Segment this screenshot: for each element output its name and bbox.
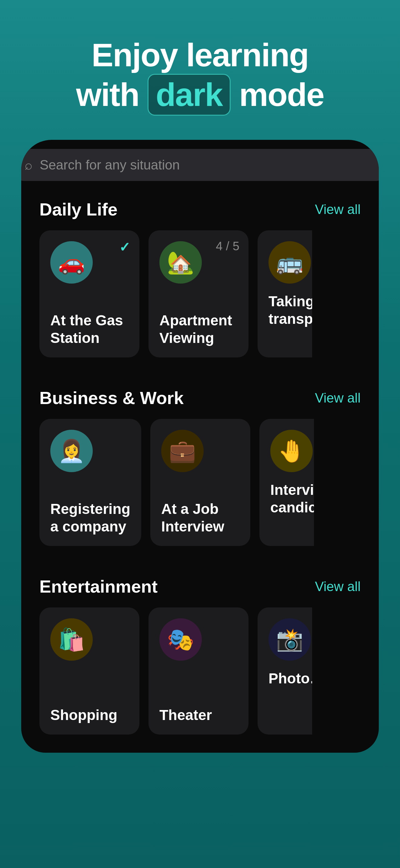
hero-line2-suffix: mode: [231, 76, 324, 113]
entertainment-header: Entertainment View all: [39, 576, 361, 596]
theater-icon: 🎭: [160, 618, 202, 661]
daily-life-cards: ✓ 🚗 At the Gas Station 4 / 5 🏡 Apartment…: [39, 230, 361, 358]
card-progress-badge: 4 / 5: [216, 239, 239, 253]
shopping-label: Shopping: [50, 706, 128, 724]
search-bar-container: ⌕ Search for any situation: [21, 149, 379, 181]
shopping-icon: 🛍️: [50, 618, 93, 661]
card-gas-station[interactable]: ✓ 🚗 At the Gas Station: [39, 230, 139, 358]
registering-label: Registering a company: [50, 500, 130, 535]
daily-life-view-all[interactable]: View all: [315, 202, 361, 217]
business-work-header: Business & Work View all: [39, 388, 361, 408]
search-input-placeholder[interactable]: Search for any situation: [40, 157, 180, 173]
registering-icon: 👩‍💼: [50, 430, 93, 472]
photography-icon: 📸: [268, 618, 311, 661]
card-theater[interactable]: 🎭 Theater: [148, 608, 249, 735]
card-check-icon: ✓: [119, 239, 130, 255]
card-job-interview[interactable]: 💼 At a Job Interview: [150, 419, 250, 546]
hero-highlight: dark: [148, 74, 231, 116]
apartment-icon: 🏡: [160, 241, 202, 284]
card-shopping[interactable]: 🛍️ Shopping: [39, 608, 139, 735]
entertainment-view-all[interactable]: View all: [315, 579, 361, 594]
gas-station-label: At the Gas Station: [50, 312, 128, 346]
photography-label: Photo…: [268, 670, 301, 687]
hero-line1: Enjoy learning: [91, 37, 309, 73]
gas-station-icon: 🚗: [50, 241, 93, 284]
entertainment-cards: 🛍️ Shopping 🎭 Theater 📸 Photo…: [39, 608, 361, 735]
daily-life-header: Daily Life View all: [39, 199, 361, 219]
card-registering-company[interactable]: 👩‍💼 Registering a company: [39, 419, 141, 546]
card-photography[interactable]: 📸 Photo…: [258, 608, 312, 735]
job-interview-label: At a Job Interview: [161, 500, 239, 535]
search-icon: ⌕: [25, 157, 32, 173]
hero-section: Enjoy learning with dark mode: [0, 0, 400, 134]
transport-label: Takingtransp…: [268, 293, 301, 328]
candidate-icon: 🤚: [270, 430, 313, 472]
entertainment-title: Entertainment: [39, 576, 158, 596]
business-work-view-all[interactable]: View all: [315, 391, 361, 406]
section-business-work: Business & Work View all 👩‍💼 Registering…: [21, 373, 379, 552]
business-work-cards: 👩‍💼 Registering a company 💼 At a Job Int…: [39, 419, 361, 546]
hero-line2-prefix: with: [76, 76, 148, 113]
card-apartment-viewing[interactable]: 4 / 5 🏡 Apartment Viewing: [148, 230, 249, 358]
job-interview-icon: 💼: [161, 430, 204, 472]
section-entertainment: Entertainment View all 🛍️ Shopping 🎭 The…: [21, 561, 379, 741]
phone-mockup: ⌕ Search for any situation Daily Life Vi…: [21, 140, 379, 753]
daily-life-title: Daily Life: [39, 199, 118, 219]
apartment-label: Apartment Viewing: [160, 312, 237, 346]
card-taking-transport[interactable]: 🚌 Takingtransp…: [258, 230, 312, 358]
search-bar[interactable]: ⌕ Search for any situation: [21, 149, 379, 181]
theater-label: Theater: [160, 706, 237, 724]
hero-title: Enjoy learning with dark mode: [24, 36, 376, 116]
candidate-label: Intervi…candic…: [270, 481, 303, 516]
business-work-title: Business & Work: [39, 388, 183, 408]
transport-icon: 🚌: [268, 241, 311, 284]
section-daily-life: Daily Life View all ✓ 🚗 At the Gas Stati…: [21, 184, 379, 364]
card-interview-candidate[interactable]: 🤚 Intervi…candic…: [259, 419, 314, 546]
